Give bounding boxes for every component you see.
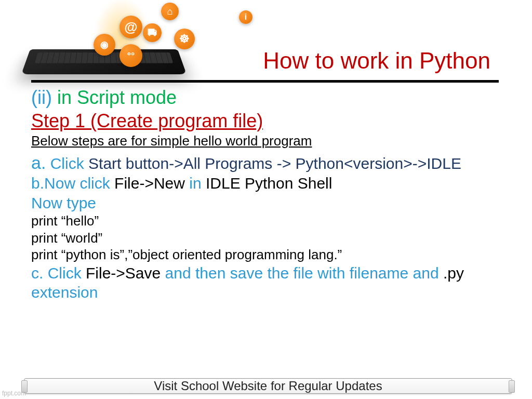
step-c-ext: .py (443, 264, 464, 282)
code-line-3: print “python is”,”object oriented progr… (31, 246, 504, 263)
step-c-rest2: extension (31, 284, 98, 301)
step-b-path1: File->New (110, 175, 190, 192)
step-c-rest1: and then save the file with filename and (165, 264, 443, 282)
now-type-label: Now type (31, 193, 504, 213)
network-icon: ◉ (94, 34, 115, 56)
step-heading: Step 1 (Create program file) (31, 109, 504, 132)
step-b-prefix: b. (31, 175, 44, 192)
globe-icon: ☸ (174, 29, 195, 49)
step-b: b.Now click File->New in IDLE Python She… (31, 174, 504, 193)
step-a-prefix: a. (31, 153, 46, 172)
step-b-path2: IDLE Python Shell (202, 175, 332, 192)
subtitle-number: (ii) (31, 87, 52, 108)
step-a: a. Click Start button->All Programs -> P… (31, 152, 504, 174)
slide-content: (ii) in Script mode Step 1 (Create progr… (31, 86, 504, 302)
code-line-2: print “world” (31, 230, 504, 247)
page-title: How to work in Python (263, 48, 490, 74)
header-area: @ ⌂ i ⛟ ☸ ◉ °° How to work in Python (0, 0, 532, 83)
laptop-graphic: @ ⌂ i ⛟ ☸ ◉ °° (26, 18, 192, 81)
step-c: c. Click File->Save and then save the fi… (31, 263, 504, 302)
code-line-1: print “hello” (31, 212, 504, 230)
step-a-path: Start button->All Programs -> Python<ver… (84, 155, 461, 172)
info-icon: i (239, 10, 252, 24)
step-c-path: File->Save (82, 264, 165, 282)
people-icon: °° (119, 44, 142, 67)
home-icon: ⌂ (161, 3, 179, 20)
footer-banner: Visit School Website for Regular Updates (24, 378, 512, 394)
step-b-in: in (189, 175, 201, 192)
footer-text: Visit School Website for Regular Updates (154, 379, 382, 393)
watermark: fppt.com (2, 390, 26, 397)
cart-icon: ⛟ (143, 23, 162, 42)
step-c-prefix: c. Click (31, 264, 82, 282)
title-divider (31, 80, 499, 83)
step-b-action: Now click (44, 175, 110, 192)
subtitle-mode: in Script mode (52, 87, 177, 108)
at-icon: @ (119, 16, 142, 38)
sub-note: Below steps are for simple hello world p… (31, 132, 504, 150)
subtitle-line: (ii) in Script mode (31, 86, 504, 109)
step-a-action: Click (46, 155, 84, 172)
